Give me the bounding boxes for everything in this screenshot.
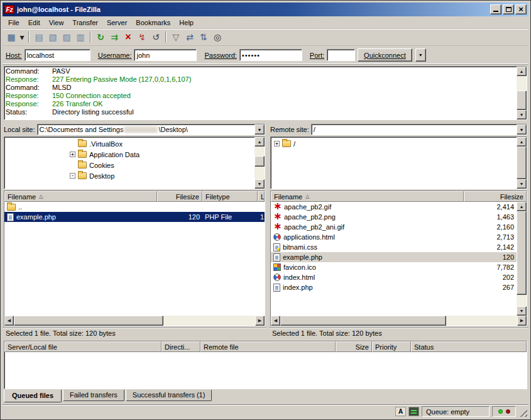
- example-php-file-row[interactable]: example.php 120 PHP File 1: [4, 212, 265, 222]
- refresh-icon[interactable]: [94, 30, 107, 44]
- queue-view-icon[interactable]: [74, 30, 87, 44]
- scrollbar-thumb[interactable]: [255, 156, 265, 167]
- remote-tree-icon[interactable]: [60, 30, 74, 44]
- dropdown-icon[interactable]: [18, 30, 26, 44]
- disconnect-icon[interactable]: [135, 30, 149, 44]
- site-manager-icon[interactable]: [4, 30, 18, 44]
- message-log-icon[interactable]: [32, 30, 46, 44]
- quickconnect-dropdown-button[interactable]: [415, 48, 426, 62]
- -file-row[interactable]: ..: [4, 202, 265, 212]
- desktop-tree-item[interactable]: - Desktop: [4, 170, 255, 181]
- scroll-down-icon[interactable]: [517, 179, 527, 189]
- scrollbar-track[interactable]: [280, 316, 517, 326]
- username-input[interactable]: [134, 49, 197, 61]
- filter-icon[interactable]: [169, 30, 183, 44]
- scrollbar-thumb[interactable]: [14, 316, 163, 326]
- scroll-down-icon[interactable]: [517, 110, 527, 119]
- expander-icon[interactable]: -: [70, 173, 75, 179]
- priority-column[interactable]: Priority: [372, 341, 411, 352]
- port-input[interactable]: [327, 49, 355, 61]
- server[interactable]: Server: [102, 18, 131, 28]
- password-input[interactable]: [239, 49, 302, 61]
- quickconnect-button[interactable]: Quickconnect: [358, 48, 412, 62]
- queued-files-tab[interactable]: Queued files: [4, 390, 62, 402]
- scroll-up-icon[interactable]: [517, 67, 527, 76]
- apache-pb2-ani-gif-file-row[interactable]: apache_pb2_ani.gif 2,160: [271, 222, 517, 232]
- column-filename[interactable]: Filename: [271, 191, 464, 202]
- scrollbar-track[interactable]: [517, 76, 527, 110]
- virtualbox-tree-item[interactable]: .VirtualBox: [4, 138, 255, 149]
- example-php-file-row[interactable]: example.php 120: [271, 252, 517, 262]
- scrollbar-track[interactable]: [255, 146, 265, 179]
- scrollbar-track[interactable]: [517, 211, 527, 306]
- scroll-right-icon[interactable]: [255, 316, 265, 326]
- column-filesize[interactable]: Filesize: [464, 191, 527, 202]
- scroll-up-icon[interactable]: [517, 137, 527, 146]
- close-button[interactable]: ×: [515, 4, 527, 14]
- local-site-combo[interactable]: C:\Documents and Settings \Desktop\: [37, 124, 265, 135]
- cookies-tree-item[interactable]: Cookies: [4, 160, 255, 170]
- apache-pb2-png-file-row[interactable]: apache_pb2.png 1,463: [271, 212, 517, 222]
- root-tree-item[interactable]: + /: [271, 138, 517, 149]
- column-filetype[interactable]: Filetype: [202, 191, 258, 202]
- expander-icon[interactable]: +: [274, 141, 280, 146]
- cancel-icon[interactable]: [121, 30, 135, 44]
- transfer[interactable]: Transfer: [68, 18, 102, 28]
- chevron-down-icon[interactable]: [255, 124, 265, 135]
- titlebar[interactable]: Fz john@localhost - FileZilla ×: [3, 3, 528, 16]
- scroll-left-icon[interactable]: [4, 316, 14, 326]
- transfer-type-icon[interactable]: A: [395, 407, 406, 416]
- scrollbar-thumb[interactable]: [517, 146, 527, 179]
- scrollbar-thumb[interactable]: [517, 91, 527, 110]
- remote-list-vscrollbar[interactable]: [517, 202, 527, 316]
- file[interactable]: File: [4, 18, 24, 28]
- sync-browse-icon[interactable]: [197, 30, 211, 44]
- remote-list-hscrollbar[interactable]: [271, 316, 527, 326]
- scroll-down-icon[interactable]: [517, 306, 527, 316]
- column-last-modified[interactable]: Last modified: [258, 191, 265, 202]
- reconnect-icon[interactable]: [149, 30, 163, 44]
- applications-html-file-row[interactable]: applications.html 2,713: [271, 232, 517, 242]
- index-php-file-row[interactable]: index.php 267: [271, 282, 517, 292]
- scrollbar-thumb[interactable]: [517, 211, 527, 295]
- bitnami-css-file-row[interactable]: bitnami.css 2,142: [271, 242, 517, 252]
- status-column[interactable]: Status: [411, 341, 527, 352]
- host-input[interactable]: [25, 49, 90, 61]
- bookmarks[interactable]: Bookmarks: [131, 18, 175, 28]
- find-icon[interactable]: [211, 30, 224, 44]
- local-tree-scrollbar[interactable]: [255, 137, 265, 189]
- index-html-file-row[interactable]: index.html 202: [271, 272, 517, 282]
- expander-icon[interactable]: +: [70, 152, 75, 157]
- keypad-icon[interactable]: [408, 407, 419, 416]
- minimize-button[interactable]: [490, 4, 501, 14]
- scroll-down-icon[interactable]: [255, 179, 265, 189]
- remote-file-column[interactable]: Remote file: [200, 341, 336, 352]
- view[interactable]: View: [45, 18, 68, 28]
- help[interactable]: Help: [175, 18, 198, 28]
- local-list-hscrollbar[interactable]: [4, 316, 265, 326]
- scroll-right-icon[interactable]: [517, 316, 527, 326]
- remote-site-combo[interactable]: /: [311, 124, 527, 135]
- local-tree-icon[interactable]: [46, 30, 60, 44]
- failed-transfers-tab[interactable]: Failed transfers: [63, 390, 124, 401]
- directi-column[interactable]: Directi...: [161, 341, 200, 352]
- server-local-file-column[interactable]: Server/Local file: [4, 341, 161, 352]
- compare-icon[interactable]: [183, 30, 197, 44]
- scrollbar-track[interactable]: [517, 146, 527, 179]
- successful-transfers-1-tab[interactable]: Successful transfers (1): [126, 390, 212, 401]
- column-filesize[interactable]: Filesize: [157, 191, 202, 202]
- scrollbar-track[interactable]: [14, 316, 255, 326]
- queue-body[interactable]: [4, 352, 527, 389]
- log-scrollbar[interactable]: [517, 67, 527, 119]
- maximize-button[interactable]: [503, 4, 514, 14]
- column-filename[interactable]: Filename: [4, 191, 157, 202]
- application-data-tree-item[interactable]: + Application Data: [4, 149, 255, 160]
- apache-pb2-gif-file-row[interactable]: apache_pb2.gif 2,414: [271, 202, 517, 212]
- chevron-down-icon[interactable]: [517, 124, 527, 135]
- remote-tree-scrollbar[interactable]: [517, 137, 527, 189]
- favicon-ico-file-row[interactable]: favicon.ico 7,782: [271, 262, 517, 272]
- edit[interactable]: Edit: [24, 18, 45, 28]
- resize-grip[interactable]: [518, 408, 527, 417]
- process-queue-icon[interactable]: [107, 30, 121, 44]
- scroll-left-icon[interactable]: [271, 316, 280, 326]
